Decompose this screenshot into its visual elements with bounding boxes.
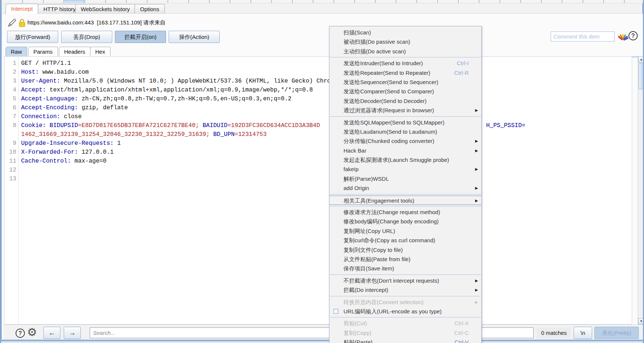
line-number: 3 — [4, 77, 16, 86]
menu-separator — [330, 317, 481, 317]
menu-item[interactable]: add Origin▶ — [329, 183, 481, 193]
menu-separator — [330, 296, 481, 296]
menu-separator — [330, 57, 481, 57]
scroll-down-button[interactable]: ▼ — [638, 318, 644, 324]
scrollbar-thumb[interactable] — [638, 63, 644, 89]
menu-item-label: Hack Bar — [343, 147, 366, 154]
previous-match-button[interactable]: ← — [43, 327, 60, 339]
next-match-button[interactable]: → — [64, 327, 81, 339]
request-text-segment: GET / HTTP/1.1 — [21, 60, 71, 67]
menu-item[interactable]: 主动扫描(Do active scan) — [329, 47, 481, 56]
menu-item[interactable]: 保存项目(Save item) — [329, 264, 481, 273]
intercept-button-0[interactable]: 放行(Forward) — [7, 31, 58, 43]
menu-item[interactable]: 扫描(Scan) — [329, 28, 481, 37]
menu-item[interactable]: 复制网址(Copy URL) — [329, 226, 481, 236]
request-text-segment: www.baidu.com — [39, 69, 89, 76]
line-number: 13 — [4, 174, 16, 183]
request-line: 12 — [4, 166, 632, 174]
submenu-arrow-icon: ▶ — [475, 106, 478, 115]
menu-item[interactable]: fakeIp▶ — [329, 164, 481, 174]
menu-separator — [330, 274, 481, 275]
main-toolbar-tabs-strip — [2, 0, 644, 3]
menu-item[interactable]: 发送给Comparer(Send to Comparer) — [329, 87, 481, 96]
submenu-arrow-icon: ▶ — [475, 183, 478, 193]
intercept-button-2[interactable]: 拦截开启(on) — [115, 31, 166, 43]
request-line-text: User-Agent: Mozilla/5.0 (Windows NT 10.0… — [21, 77, 338, 86]
menu-item[interactable]: 发送给Decoder(Send to Decoder) — [329, 96, 481, 106]
menu-item-label: fakeIp — [343, 166, 359, 172]
menu-item-label: 不拦截请求包(Don't intercept requests) — [343, 277, 439, 284]
request-line: 13 — [4, 174, 632, 183]
menu-item-label: 复制网址(Copy URL) — [343, 228, 395, 234]
request-line: 11Cache-Control: max-age=0 — [4, 157, 632, 166]
menu-item-label: 发送给Comparer(Send to Comparer) — [343, 88, 434, 94]
menu-item[interactable]: Hack Bar▶ — [329, 146, 481, 155]
menu-item-label: 复制(Copy) — [343, 330, 371, 336]
menu-item-label: 解析(Parse)WSDL — [343, 176, 389, 182]
menu-item[interactable]: 通过浏览器请求(Request in browser)▶ — [329, 106, 481, 115]
request-text-segment: Cache-Control: — [21, 158, 71, 164]
menu-item[interactable]: URL编码输入(URL-encode as you type) — [329, 307, 481, 316]
newline-toggle-button[interactable]: \n — [574, 327, 592, 339]
menu-item[interactable]: 相关工具(Engagement tools)▶ — [329, 196, 481, 205]
request-text-segment: X-Forwarded-For: — [21, 149, 78, 156]
menu-item[interactable]: 发送给Sequencer(Send to Sequencer) — [329, 77, 481, 87]
menu-item[interactable]: 复制curl命令(Copy as curl command) — [329, 236, 481, 245]
request-editor[interactable]: H_PS_PSSID= 1GET / HTTP/1.12Host: www.ba… — [4, 56, 632, 324]
proxy-tab-websockets-history[interactable]: WebSockets history — [75, 4, 135, 14]
menu-item[interactable]: 粘贴(Paste)Ctrl-V — [329, 337, 481, 343]
menu-item[interactable]: 发送给Intruder(Send to Intruder)Ctrl-I — [329, 59, 481, 68]
highlight-colors-icon[interactable] — [617, 30, 628, 41]
menu-item[interactable]: 修改请求方法(Change request method) — [329, 207, 481, 217]
menu-checkbox[interactable] — [333, 309, 338, 314]
search-help-icon[interactable]: ? — [16, 329, 25, 338]
menu-item-label: 发送给Sequencer(Send to Sequencer) — [343, 79, 438, 85]
comment-input[interactable] — [551, 31, 615, 41]
request-line-text: GET / HTTP/1.1 — [21, 59, 71, 68]
menu-item-label: 发起走私探测请求(Launch Smuggle probe) — [343, 157, 449, 163]
menu-item-label: 扫描(Scan) — [343, 29, 371, 36]
scroll-up-button[interactable]: ▲ — [638, 56, 644, 63]
intercept-buttons-row: 放行(Forward)丢弃(Drop)拦截开启(on)操作(Action) — [2, 31, 644, 43]
menu-item-label: 主动扫描(Do active scan) — [343, 48, 406, 54]
line-number: 2 — [4, 68, 16, 77]
proxy-tab-http-history[interactable]: HTTP history — [38, 4, 81, 14]
menu-item[interactable]: 分块传输(Chunked coding converter)▶ — [329, 136, 481, 146]
editor-tab-params[interactable]: Params — [28, 47, 58, 56]
menu-item[interactable]: 从文件粘贴(Paste from file) — [329, 254, 481, 264]
menu-item[interactable]: 被动扫描(Do passive scan) — [329, 37, 481, 46]
intercept-button-1[interactable]: 丢弃(Drop) — [61, 31, 112, 43]
menu-separator — [330, 194, 481, 194]
menu-item-label: 分块传输(Chunked coding converter) — [343, 138, 434, 144]
editor-tab-raw[interactable]: Raw — [6, 47, 27, 56]
request-line-text: Accept: text/html,application/xhtml+xml,… — [21, 86, 313, 94]
menu-item[interactable]: 不拦截请求包(Don't intercept requests)▶ — [329, 276, 481, 285]
request-url-text: https://www.baidu.com:443 [163.177.151.1… — [27, 19, 166, 26]
menu-item[interactable]: 解析(Parse)WSDL — [329, 174, 481, 183]
request-text-segment: Mozilla/5.0 (Windows NT 10.0; ) AppleWeb… — [60, 78, 338, 84]
menu-item-label: 粘贴(Paste) — [343, 339, 372, 343]
request-line: 1GET / HTTP/1.1 — [4, 59, 632, 68]
submenu-arrow-icon: ▶ — [475, 285, 478, 294]
settings-gear-icon[interactable]: ⚙ — [27, 326, 37, 339]
menu-item[interactable]: 拦截(Do intercept)▶ — [329, 285, 481, 294]
menu-item[interactable]: 修改body编码(Change body encoding) — [329, 217, 481, 226]
proxy-tab-options[interactable]: Options — [135, 4, 165, 14]
menu-item[interactable]: 发送给SQLMapper(Send to SQLMapper) — [329, 118, 481, 127]
menu-item[interactable]: 发送给Repeater(Send to Repeater)Ctrl-R — [329, 68, 481, 77]
editor-vertical-scrollbar[interactable]: ▲ ▼ — [638, 56, 644, 324]
intercept-button-3[interactable]: 操作(Action) — [169, 31, 220, 43]
menu-item[interactable]: 发起走私探测请求(Launch Smuggle probe) — [329, 155, 481, 164]
proxy-tab-intercept[interactable]: Intercept — [6, 4, 38, 14]
menu-item-label: 复制到文件(Copy to file) — [343, 247, 403, 253]
match-count-label: 0 matches — [537, 327, 571, 338]
menu-item[interactable]: 发送给Laudanum(Send to Laudanum) — [329, 127, 481, 136]
request-line-text: Upgrade-Insecure-Requests: 1 — [21, 139, 121, 148]
submenu-arrow-icon: ▶ — [475, 196, 478, 205]
lock-icon — [19, 19, 25, 27]
menu-item[interactable]: 复制到文件(Copy to file) — [329, 245, 481, 254]
editor-tab-headers[interactable]: Headers — [59, 47, 90, 56]
help-icon[interactable]: ? — [628, 31, 638, 40]
editor-tab-hex[interactable]: Hex — [90, 47, 110, 56]
request-text-segment: max-age=0 — [71, 158, 106, 164]
